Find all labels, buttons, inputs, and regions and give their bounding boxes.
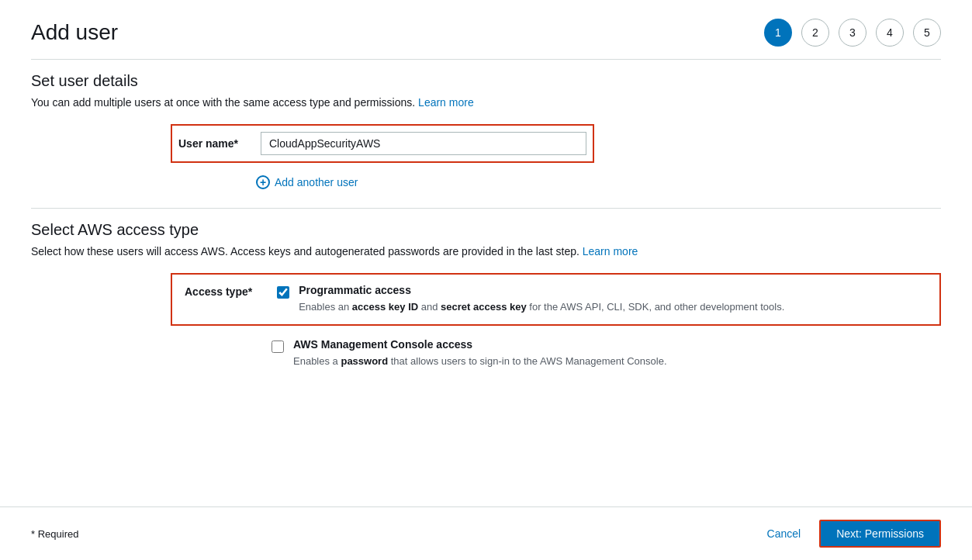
- page-header: Add user 1 2 3 4 5: [0, 0, 972, 59]
- next-permissions-button[interactable]: Next: Permissions: [819, 520, 941, 548]
- programmatic-access-desc: Enables an access key ID and secret acce…: [299, 299, 927, 315]
- required-note: * Required: [31, 528, 78, 540]
- page-title: Add user: [31, 20, 118, 45]
- access-type-label: Access type*: [185, 284, 265, 298]
- username-input[interactable]: [261, 132, 586, 155]
- programmatic-access-checkbox[interactable]: [277, 286, 289, 299]
- add-another-user-label: Add another user: [275, 176, 358, 188]
- set-user-details-section: Set user details You can add multiple us…: [31, 59, 941, 189]
- section-divider-2: [31, 208, 941, 209]
- main-content: Set user details You can add multiple us…: [0, 59, 972, 506]
- step-5[interactable]: 5: [913, 19, 941, 47]
- access-options-container: Access type* Programmatic access Enables…: [31, 273, 941, 378]
- access-type-label-spacer: [182, 338, 259, 340]
- step-2[interactable]: 2: [801, 19, 829, 47]
- step-1[interactable]: 1: [764, 19, 792, 47]
- programmatic-access-option: Access type* Programmatic access Enables…: [171, 273, 941, 326]
- section-divider-1: [31, 59, 941, 60]
- footer-actions: Cancel Next: Permissions: [758, 520, 941, 548]
- set-user-details-description: You can add multiple users at once with …: [31, 96, 941, 109]
- access-type-learn-more-link[interactable]: Learn more: [583, 245, 638, 258]
- console-access-checkbox[interactable]: [272, 340, 284, 353]
- add-another-user-link[interactable]: + Add another user: [256, 175, 358, 189]
- add-user-row: + Add another user: [31, 175, 941, 189]
- programmatic-access-title: Programmatic access: [299, 284, 927, 296]
- username-wrapper: User name*: [178, 132, 586, 155]
- plus-icon: +: [256, 175, 270, 189]
- step-indicators: 1 2 3 4 5: [764, 19, 941, 47]
- programmatic-access-content: Programmatic access Enables an access ke…: [299, 284, 927, 315]
- user-details-learn-more-link[interactable]: Learn more: [418, 96, 474, 109]
- select-access-type-section: Select AWS access type Select how these …: [31, 208, 941, 378]
- console-access-content: AWS Management Console access Enables a …: [293, 338, 929, 369]
- select-access-type-title: Select AWS access type: [31, 221, 941, 239]
- select-access-type-description: Select how these users will access AWS. …: [31, 245, 941, 258]
- step-4[interactable]: 4: [876, 19, 904, 47]
- console-access-desc: Enables a password that allows users to …: [293, 354, 929, 369]
- username-label: User name*: [178, 137, 248, 150]
- footer: * Required Cancel Next: Permissions: [0, 506, 972, 560]
- username-form-row: User name*: [31, 124, 941, 163]
- set-user-details-title: Set user details: [31, 72, 941, 90]
- console-access-title: AWS Management Console access: [293, 338, 929, 351]
- username-form-inner: User name*: [171, 124, 594, 163]
- step-3[interactable]: 3: [839, 19, 866, 47]
- console-access-option: AWS Management Console access Enables a …: [171, 329, 941, 379]
- cancel-button[interactable]: Cancel: [758, 523, 811, 544]
